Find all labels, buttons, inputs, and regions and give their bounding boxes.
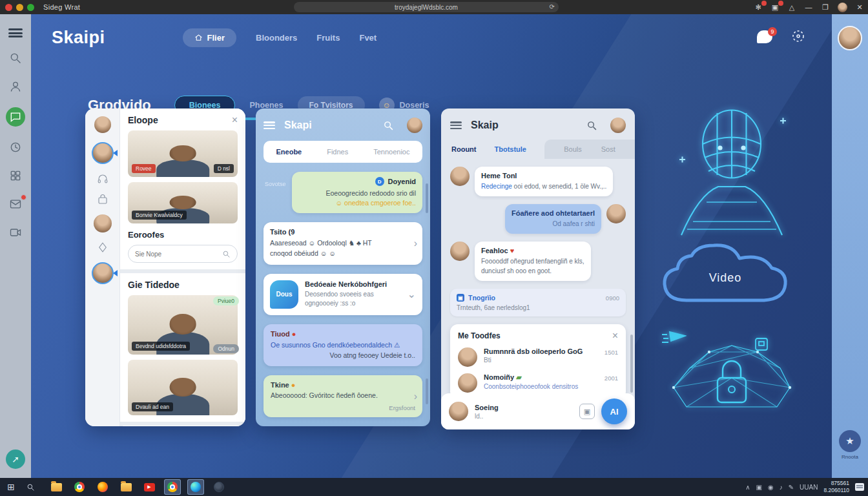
message-bubble-white[interactable]: Tsito (9 Aaareseoad ☺ Ordooloql ♞ ♣ HT c… — [264, 222, 422, 265]
tab-threads[interactable]: Tbotstule — [494, 145, 526, 153]
menu-icon[interactable] — [8, 28, 23, 37]
system-notice[interactable]: ▣Tnogrïio 0900 Trnteuth, 6ae nerledslog1 — [450, 289, 626, 316]
minimize-icon[interactable]: — — [804, 3, 813, 11]
taskbar-app-explorer[interactable] — [48, 479, 65, 495]
tab-rooms[interactable]: Roount — [451, 145, 476, 153]
close-icon[interactable]: × — [612, 331, 618, 341]
scrollbar-thumb[interactable] — [426, 378, 428, 404]
dock-avatar[interactable] — [838, 26, 862, 50]
window-zoom-traffic[interactable] — [27, 4, 34, 11]
window-minimize-traffic[interactable] — [16, 4, 23, 11]
user-avatar[interactable] — [407, 118, 422, 133]
tab-sent[interactable]: Sost — [601, 145, 615, 153]
video-icon[interactable] — [8, 225, 23, 240]
tray-pen-icon[interactable]: ✎ — [789, 484, 794, 491]
contacts-icon[interactable] — [8, 79, 23, 94]
shield-icon[interactable]: △ — [787, 3, 796, 12]
start-button[interactable]: ⊞ — [0, 482, 22, 492]
taskbar-app-firefox[interactable] — [94, 479, 111, 495]
rail-avatar-3[interactable] — [94, 214, 112, 232]
nav-link-3[interactable]: Fvet — [359, 33, 377, 43]
search-icon[interactable] — [383, 120, 394, 131]
incoming-message[interactable]: Feahloc ♥ Fooooddf oñegrud tenfaengliñ e… — [450, 242, 626, 281]
edge-icon — [191, 482, 201, 492]
chevron-down-icon[interactable]: ⌄ — [408, 288, 416, 300]
tray-expand-icon[interactable]: ∧ — [745, 484, 750, 491]
video-tile-2[interactable]: Bonvie Kwalvialdcy — [128, 182, 238, 223]
nav-home[interactable]: Flier — [183, 28, 236, 47]
incoming-message[interactable]: Heme Tonl Redecinge ooi edod, w senedid,… — [450, 167, 626, 196]
send-button[interactable]: Al — [601, 398, 627, 424]
tab-bots[interactable]: Bouls — [564, 145, 582, 153]
outgoing-message[interactable]: Fóañere aod ohtetartaerl Od aafea r shti — [450, 204, 626, 234]
restore-icon[interactable]: ❐ — [821, 3, 830, 12]
taskbar-app-files[interactable] — [118, 479, 134, 495]
video-tile-1[interactable]: Rovee D nsl — [128, 130, 238, 177]
scrollbar-thumb[interactable] — [426, 183, 428, 213]
scrollbar-thumb[interactable] — [630, 335, 633, 393]
window-close-traffic[interactable] — [5, 4, 12, 11]
close-icon[interactable]: ✕ — [855, 3, 864, 12]
attach-button[interactable]: ▣ — [579, 404, 595, 419]
tray-volume-icon[interactable]: ♪ — [780, 484, 783, 491]
search-icon[interactable] — [586, 120, 597, 131]
history-icon[interactable] — [8, 140, 23, 155]
headphones-icon[interactable] — [97, 173, 108, 185]
site-logo[interactable]: Skaipi — [52, 28, 105, 48]
video-tile-4[interactable]: Dvauli ad ean — [128, 360, 238, 415]
nav-link-1[interactable]: Bloonders — [256, 33, 297, 43]
tray-clock-icon[interactable]: ◉ — [768, 484, 774, 491]
dock-rooms-button[interactable]: ★ Rnoota — [839, 430, 861, 460]
tray-language-label[interactable]: UUAN — [800, 484, 818, 491]
contact-preview: Bti — [484, 356, 598, 364]
address-bar[interactable]: troydajeglWdsblc.com ⟳ — [294, 2, 559, 12]
taskbar-app-edge-active[interactable] — [187, 479, 204, 495]
taskbar-clock[interactable]: 875561 8.2060110 — [823, 480, 849, 493]
apps-icon[interactable] — [8, 168, 23, 183]
tray-image-icon[interactable]: ▣ — [756, 484, 762, 491]
bag-icon[interactable] — [97, 194, 108, 205]
chevron-right-icon[interactable]: › — [414, 391, 417, 402]
menu-icon[interactable] — [450, 121, 462, 129]
rail-avatar-2[interactable] — [92, 142, 114, 164]
message-link[interactable]: Redecinge — [481, 183, 512, 190]
share-button[interactable]: ➚ — [6, 450, 25, 469]
search-icon[interactable] — [8, 50, 23, 66]
user-avatar[interactable] — [610, 118, 626, 133]
search-field[interactable] — [128, 245, 238, 263]
message-text: ooi edod, w senedid, 1 öle Wv.,.. — [512, 183, 607, 190]
message-bubble-green[interactable]: D Doyenid Eoeoogrecido redoodo srio dil … — [292, 172, 422, 213]
taskbar-app-youtube[interactable]: ▶ — [141, 479, 158, 495]
reload-icon[interactable]: ⟳ — [550, 3, 555, 10]
sender-name: Doyenid — [388, 178, 416, 185]
settings-button[interactable] — [790, 28, 806, 46]
rail-avatar-4[interactable] — [92, 262, 114, 284]
extension-icon[interactable]: ✻ — [754, 3, 763, 12]
contact-row[interactable]: Rumnnrä dsb oiloeperlo GoG Bti 1501 — [458, 347, 618, 367]
taskbar-app-opera[interactable] — [211, 479, 227, 495]
taskbar-app-chrome[interactable] — [71, 479, 88, 495]
notification-center-icon[interactable] — [855, 483, 864, 491]
mail-icon[interactable] — [8, 196, 23, 212]
close-icon[interactable]: × — [232, 115, 238, 125]
notice-card-green[interactable]: Tkine ● Abeoooood: Gvóritoc ñedeñ ôoene.… — [264, 375, 422, 417]
tab-all[interactable]: Eneobe — [276, 148, 302, 156]
tab-friends[interactable]: Fidnes — [327, 148, 348, 156]
rail-avatar-1[interactable] — [94, 116, 111, 133]
taskbar-app-browser-active[interactable] — [164, 479, 181, 495]
diamond-icon[interactable] — [97, 242, 108, 253]
search-input[interactable] — [135, 251, 222, 258]
bookmark-icon[interactable]: ▣ — [770, 3, 780, 12]
chat-icon[interactable] — [6, 107, 25, 127]
profile-avatar[interactable] — [838, 3, 847, 12]
chat-list-item[interactable]: Dous Bedóeaie Nerkóbohfgeri Deosendoo sv… — [264, 274, 422, 315]
tab-channels[interactable]: Tennoenioc — [373, 148, 409, 156]
notice-card-blue[interactable]: Tiuod ● Oe susunnos Gno dendkóebeondalde… — [264, 324, 422, 367]
os-sidebar: ➚ — [0, 14, 31, 478]
chevron-right-icon[interactable]: › — [414, 238, 417, 249]
taskbar-search-button[interactable] — [22, 483, 39, 491]
messages-button[interactable]: 9 — [757, 30, 774, 45]
contact-row[interactable]: Nomoiñy ▰ Coonbsoteiphooeofook densitros… — [458, 373, 618, 393]
menu-icon[interactable] — [264, 121, 275, 129]
nav-link-2[interactable]: Fruits — [316, 33, 340, 43]
